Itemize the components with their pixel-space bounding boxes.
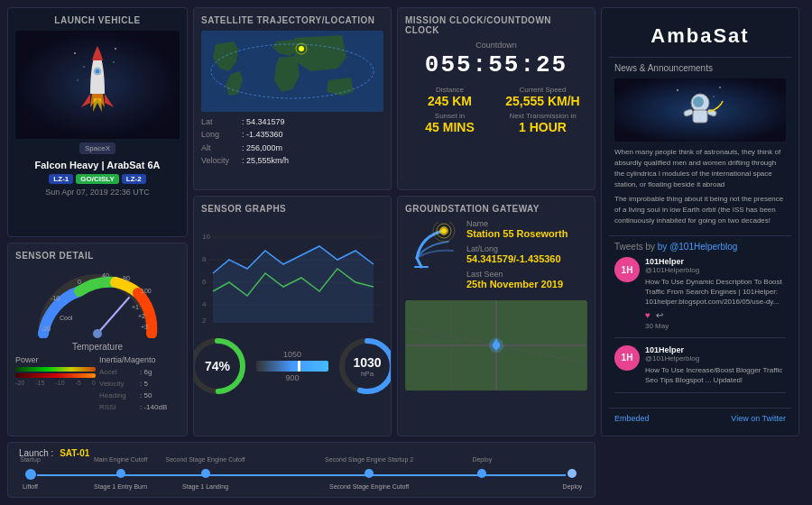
tweet-1-like[interactable]: ♥ — [645, 310, 651, 320]
sensor-detail-panel: Sensor Detail -20 -10 0 40 80 100 Cool — [7, 243, 188, 436]
alt-value: : 256,000m — [242, 143, 282, 152]
distance-label: Distance — [405, 86, 494, 94]
speed-stat: Current Speed 25,555 KM/H — [498, 86, 587, 108]
tweet-1-retweet[interactable]: ↩ — [656, 310, 663, 320]
tweets-by-link[interactable]: by @101Helperblog — [658, 242, 738, 252]
groundstation-title: Groundstation Gateway — [405, 204, 587, 214]
tl-top-5: Deploy — [472, 456, 492, 463]
svg-line-44 — [417, 258, 421, 267]
launch-vehicle-title: Launch Vehicle — [54, 15, 140, 25]
svg-point-1 — [115, 48, 116, 50]
gauge-row: 74% 1050 900 1030 hPa — [201, 335, 383, 398]
countdown-time: 055:55:25 — [405, 51, 587, 78]
twitter-footer: Embeded View on Twitter — [609, 408, 791, 428]
power-bar-1 — [15, 367, 96, 372]
sensor-graphs-title: Sensor Graphs — [201, 204, 383, 214]
gs-name-value: Station 55 Roseworth — [466, 228, 587, 239]
rssi-row: RSSI: -140dB — [99, 402, 180, 414]
embed-link[interactable]: Embeded — [614, 414, 650, 423]
gs-name-field: Name Station 55 Roseworth — [466, 219, 587, 239]
temperature-gauge: -20 -10 0 40 80 100 Cool +1 +2 +3 — [34, 266, 161, 338]
inertia-label: Inertia/Magento — [99, 355, 180, 364]
svg-text:8: 8 — [202, 255, 207, 263]
svg-point-15 — [693, 96, 704, 107]
distance-value: 245 KM — [405, 94, 494, 108]
tweet-1-handle: @101Helperblog — [645, 266, 786, 274]
tweet-1-avatar: 1H — [614, 257, 640, 282]
transmission-label: Next Transmission in — [498, 112, 587, 120]
gauge-1-value: 74% — [205, 358, 230, 374]
svg-text:6: 6 — [202, 278, 207, 286]
tweet-1-user: 101Helper — [645, 257, 786, 266]
dish-svg — [408, 222, 457, 271]
gauge-container: -20 -10 0 40 80 100 Cool +1 +2 +3 — [15, 266, 180, 338]
tl-top-1: Startup — [20, 456, 41, 463]
dashboard: Launch Vehicle — [0, 0, 812, 505]
badge-go: GO/CISLY — [76, 174, 119, 184]
rocket-name: Falcon Heavy | ArabSat 6A — [35, 160, 161, 170]
distance-stat: Distance 245 KM — [405, 86, 494, 108]
tl-bottom-4: Second Stage Engine Cutoff — [329, 483, 409, 490]
rocket-icon — [70, 44, 125, 125]
speed-label: Current Speed — [498, 86, 587, 94]
svg-point-9 — [299, 46, 304, 51]
power-label: Power — [15, 355, 96, 364]
satellite-trajectory-panel: Satellite Trajectory/Location — [193, 7, 392, 190]
tl-dot-6 — [567, 469, 577, 478]
svg-point-12 — [719, 87, 721, 88]
news-text-2: The improbable thing about it being not … — [614, 194, 786, 226]
gs-lastseen-label: Last Seen — [466, 270, 587, 279]
svg-text:+2: +2 — [138, 313, 145, 319]
gs-map-svg — [405, 300, 587, 390]
mission-clock-panel: Mission Clock/Countdown Clock Countdown … — [397, 7, 595, 190]
svg-text:2: 2 — [202, 317, 207, 325]
tweet-1-actions: ♥ ↩ — [645, 310, 786, 320]
inertia-section: Inertia/Magento Accel: 6g Velocity: 5 He… — [99, 355, 180, 413]
circular-gauge-2: 1030 hPa — [336, 335, 392, 398]
rssi-label: RSSI — [99, 402, 140, 414]
power-section: Power -20-15-10-50 — [15, 355, 96, 413]
gs-name-label: Name — [466, 219, 587, 228]
badge-lz1: LZ-1 — [49, 174, 73, 184]
gauge-scale-labels: 1050 900 — [256, 350, 328, 382]
timeline-satname: SAT-01 — [60, 448, 89, 458]
gs-latlong-value: 54.341579/-1.435360 — [466, 253, 587, 264]
svg-point-0 — [74, 52, 76, 54]
velocity-label: Velocity — [201, 154, 242, 167]
tl-top-3: Second Stage Engine Cutoff — [165, 456, 245, 463]
timeline-panel: Launch : SAT-01 Startup Liftoff Main Eng… — [7, 442, 595, 498]
news-section: News & Announcements — [609, 58, 791, 236]
groundstation-panel: Groundstation Gateway — [397, 196, 595, 436]
sensor-graphs-panel: Sensor Graphs 10 8 6 4 2 — [193, 196, 392, 436]
ambasat-title: AmbaSat — [609, 15, 791, 58]
alt-label: Alt — [201, 142, 242, 154]
gs-lastseen-value: 25th November 2019 — [466, 279, 587, 289]
svg-point-11 — [677, 89, 678, 91]
svg-point-49 — [441, 228, 447, 234]
astronaut-icon — [673, 83, 727, 137]
tweet-2-text: How To Use Increase/Boost Blogger Traffi… — [645, 365, 786, 385]
svg-text:0: 0 — [78, 279, 81, 285]
gauge-bar — [256, 361, 328, 372]
svg-text:+1: +1 — [132, 304, 139, 310]
svg-text:+3: +3 — [141, 324, 148, 330]
accel-row: Accel: 6g — [99, 367, 180, 379]
launch-date: Sun Apr 07, 2019 22:36 UTC — [45, 188, 150, 197]
velocity-row: Velocity: 5 — [99, 379, 180, 390]
vel-label: Velocity — [99, 379, 140, 390]
gs-lastseen-field: Last Seen 25th November 2019 — [466, 270, 587, 289]
satellite-dish-icon — [405, 219, 459, 273]
svg-text:4: 4 — [202, 300, 207, 308]
svg-text:10: 10 — [202, 233, 210, 241]
lat-value: : 54.341579 — [242, 117, 285, 126]
tl-top-4: Second Stage Engine Startup 2 — [325, 456, 413, 463]
sunset-stat: Sunset in 45 MINS — [405, 112, 494, 134]
tweet-1: 1H 101Helper @101Helperblog How To Use D… — [614, 257, 786, 338]
tl-dot-1 — [25, 469, 36, 480]
spacex-badge: SpaceX — [79, 142, 115, 154]
circular-gauge-1: 74% — [193, 335, 249, 398]
tweet-2-avatar: 1H — [614, 345, 640, 371]
view-twitter-link[interactable]: View on Twitter — [731, 414, 786, 423]
rssi-value: : -140dB — [140, 403, 167, 411]
gauge-scale-left: 900 — [285, 373, 299, 382]
